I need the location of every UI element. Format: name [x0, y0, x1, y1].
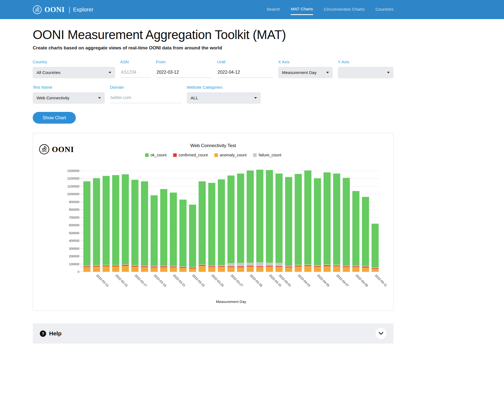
- website-categories-select[interactable]: ALL: [187, 92, 261, 104]
- bar-segment-ok_count[interactable]: [314, 178, 321, 265]
- bar-segment-anomaly_count[interactable]: [112, 266, 119, 272]
- bar-segment-confirmed_count[interactable]: [256, 266, 263, 267]
- bar-segment-failure_count[interactable]: [256, 262, 263, 266]
- y-axis-select[interactable]: [338, 67, 394, 78]
- bar-segment-failure_count[interactable]: [266, 263, 273, 266]
- bar-segment-anomaly_count[interactable]: [208, 267, 215, 272]
- bar-segment-failure_count[interactable]: [112, 265, 119, 266]
- bar-segment-confirmed_count[interactable]: [247, 266, 254, 267]
- bar-segment-confirmed_count[interactable]: [285, 267, 292, 267]
- bar-segment-failure_count[interactable]: [208, 266, 215, 266]
- bar-2022-04-10[interactable]: [362, 197, 369, 272]
- bar-segment-failure_count[interactable]: [218, 265, 225, 266]
- bar-segment-anomaly_count[interactable]: [189, 268, 196, 272]
- bar-segment-ok_count[interactable]: [103, 176, 110, 265]
- bar-segment-confirmed_count[interactable]: [333, 266, 340, 266]
- show-chart-button[interactable]: Show Chart: [33, 112, 76, 124]
- bar-segment-failure_count[interactable]: [141, 266, 148, 266]
- bar-segment-ok_count[interactable]: [131, 180, 139, 265]
- bar-2022-03-28[interactable]: [237, 174, 244, 272]
- bar-segment-ok_count[interactable]: [266, 170, 273, 263]
- bar-2022-04-11[interactable]: [371, 224, 379, 272]
- bar-segment-ok_count[interactable]: [275, 174, 283, 263]
- collapse-toggle[interactable]: [376, 328, 386, 339]
- bar-segment-ok_count[interactable]: [112, 175, 119, 265]
- bar-2022-03-25[interactable]: [208, 183, 215, 272]
- bar-segment-ok_count[interactable]: [333, 174, 340, 265]
- bar-segment-failure_count[interactable]: [304, 264, 311, 265]
- bar-segment-ok_count[interactable]: [122, 174, 129, 264]
- bar-2022-03-14[interactable]: [103, 176, 110, 272]
- bar-segment-anomaly_count[interactable]: [83, 267, 91, 272]
- bar-segment-failure_count[interactable]: [122, 264, 129, 265]
- bar-segment-confirmed_count[interactable]: [323, 265, 331, 266]
- bar-2022-04-06[interactable]: [323, 172, 331, 272]
- bar-segment-confirmed_count[interactable]: [122, 265, 129, 266]
- bar-segment-confirmed_count[interactable]: [314, 266, 321, 267]
- help-accordion[interactable]: ? Help: [33, 323, 394, 344]
- bar-segment-anomaly_count[interactable]: [256, 267, 263, 272]
- bar-2022-04-08[interactable]: [343, 178, 350, 272]
- bar-segment-ok_count[interactable]: [199, 181, 206, 264]
- bar-segment-confirmed_count[interactable]: [83, 266, 91, 267]
- bar-segment-ok_count[interactable]: [227, 175, 235, 263]
- bar-segment-anomaly_count[interactable]: [333, 266, 340, 272]
- nav-link-search[interactable]: Search: [266, 5, 280, 14]
- bar-segment-confirmed_count[interactable]: [112, 266, 119, 266]
- bar-2022-03-27[interactable]: [227, 175, 235, 272]
- bar-segment-ok_count[interactable]: [371, 224, 379, 268]
- bar-segment-confirmed_count[interactable]: [371, 268, 379, 269]
- bar-2022-03-15[interactable]: [112, 175, 119, 272]
- bar-segment-ok_count[interactable]: [237, 174, 244, 263]
- country-select[interactable]: All Countries: [33, 67, 115, 78]
- bar-segment-ok_count[interactable]: [323, 172, 331, 265]
- bar-segment-confirmed_count[interactable]: [362, 267, 369, 267]
- bar-segment-anomaly_count[interactable]: [343, 267, 350, 272]
- bar-segment-confirmed_count[interactable]: [218, 266, 225, 267]
- bar-segment-confirmed_count[interactable]: [237, 266, 244, 267]
- bar-segment-anomaly_count[interactable]: [179, 268, 187, 272]
- bar-segment-failure_count[interactable]: [227, 263, 235, 266]
- bar-segment-anomaly_count[interactable]: [304, 266, 311, 272]
- bar-segment-anomaly_count[interactable]: [160, 267, 167, 272]
- bar-2022-04-01[interactable]: [275, 174, 283, 272]
- bar-segment-failure_count[interactable]: [295, 265, 302, 266]
- bar-2022-03-17[interactable]: [131, 180, 139, 272]
- bar-segment-anomaly_count[interactable]: [199, 266, 206, 272]
- nav-link-circumvention-charts[interactable]: Circumvention Charts: [324, 5, 365, 14]
- bar-segment-failure_count[interactable]: [275, 263, 283, 266]
- bar-segment-failure_count[interactable]: [323, 264, 331, 265]
- bar-segment-failure_count[interactable]: [247, 263, 254, 266]
- bar-segment-ok_count[interactable]: [295, 174, 302, 265]
- bar-segment-confirmed_count[interactable]: [170, 267, 177, 267]
- bar-segment-confirmed_count[interactable]: [160, 266, 167, 267]
- nav-link-mat-charts[interactable]: MAT Charts: [291, 4, 313, 15]
- asn-input[interactable]: [120, 67, 151, 78]
- bar-segment-failure_count[interactable]: [362, 266, 369, 267]
- bar-segment-anomaly_count[interactable]: [285, 267, 292, 272]
- bar-segment-failure_count[interactable]: [151, 266, 158, 266]
- bar-segment-ok_count[interactable]: [160, 189, 167, 266]
- bar-segment-anomaly_count[interactable]: [103, 266, 110, 272]
- bar-segment-ok_count[interactable]: [247, 171, 254, 263]
- bar-segment-anomaly_count[interactable]: [131, 267, 139, 272]
- bar-segment-ok_count[interactable]: [352, 191, 359, 266]
- bar-segment-ok_count[interactable]: [179, 199, 187, 266]
- bar-segment-anomaly_count[interactable]: [362, 267, 369, 272]
- bar-2022-03-31[interactable]: [266, 170, 273, 272]
- bar-segment-anomaly_count[interactable]: [170, 267, 177, 272]
- bar-segment-ok_count[interactable]: [83, 181, 91, 266]
- bar-segment-anomaly_count[interactable]: [218, 267, 225, 272]
- bar-segment-failure_count[interactable]: [170, 266, 177, 266]
- bar-segment-confirmed_count[interactable]: [199, 265, 206, 266]
- bar-segment-anomaly_count[interactable]: [295, 266, 302, 272]
- bar-segment-anomaly_count[interactable]: [151, 267, 158, 272]
- bar-2022-04-04[interactable]: [304, 171, 311, 272]
- bar-segment-anomaly_count[interactable]: [275, 267, 283, 272]
- bar-segment-failure_count[interactable]: [285, 266, 292, 267]
- bar-segment-anomaly_count[interactable]: [141, 267, 148, 272]
- bar-segment-confirmed_count[interactable]: [93, 266, 100, 267]
- until-date-input[interactable]: [217, 67, 273, 78]
- bar-2022-03-19[interactable]: [151, 195, 158, 272]
- bar-segment-anomaly_count[interactable]: [93, 267, 100, 272]
